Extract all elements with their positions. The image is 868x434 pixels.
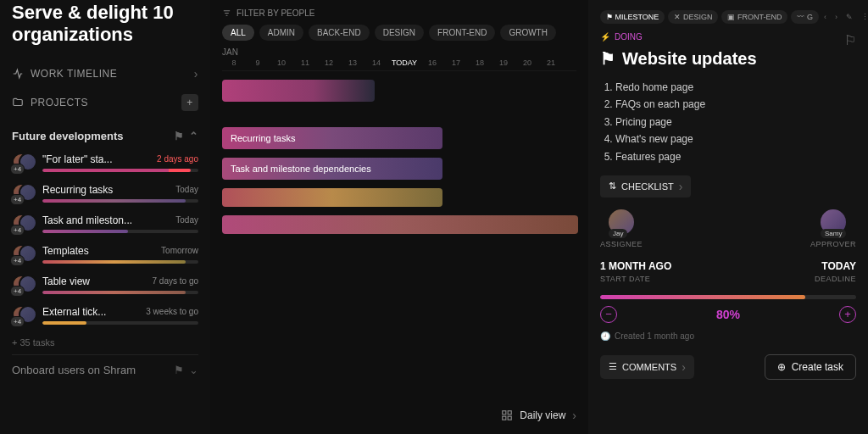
task-row[interactable]: +4 External tick...3 weeks to go (12, 300, 198, 331)
tag-milestone[interactable]: ⚑ MILESTONE (600, 10, 665, 24)
comments-button[interactable]: ☰ COMMENTS › (600, 355, 694, 379)
more-tasks-link[interactable]: + 35 tasks (12, 331, 198, 354)
filter-chip[interactable]: GROWTH (500, 25, 556, 41)
projects-nav[interactable]: PROJECTS + (12, 87, 198, 118)
date-cell[interactable]: 17 (444, 58, 468, 67)
detail-tags-row: ⚑ MILESTONE ✕ DESIGN ▣ FRONT-END 〰 G ‹ ›… (600, 10, 856, 24)
filter-label: FILTER BY PEOPLE (236, 8, 314, 18)
date-cell[interactable]: 12 (317, 58, 341, 67)
assignee-role: ASSIGNEE (600, 240, 643, 248)
comments-label: COMMENTS (622, 362, 676, 372)
task-name: Table view (42, 275, 90, 287)
project-section: Future developments ⚑ ⌃ +4 "For later" s… (12, 125, 198, 354)
filter-chip[interactable]: DESIGN (375, 25, 424, 41)
page-title: Serve & delight 10 organizations (12, 0, 198, 47)
avatar-stack: +4 (12, 153, 36, 173)
date-cell[interactable]: TODAY (388, 58, 420, 67)
gantt-bar[interactable]: Recurring tasks (222, 127, 442, 149)
date-cell[interactable]: 21 (539, 58, 563, 67)
sidebar: Serve & delight 10 organizations WORK TI… (0, 0, 210, 434)
start-date-label: START DATE (600, 275, 671, 283)
date-cell[interactable]: 14 (364, 58, 388, 67)
flag-outline-icon[interactable]: ⚐ (844, 32, 856, 48)
svg-rect-2 (503, 416, 506, 420)
filter-chips: ALLADMINBACK-ENDDESIGNFRONT-ENDGROWTH (222, 25, 576, 41)
flag-icon: ⚑ (174, 364, 184, 376)
work-timeline-label: WORK TIMELINE (31, 68, 117, 80)
add-project-button[interactable]: + (181, 94, 198, 111)
tag-frontend[interactable]: ▣ FRONT-END (721, 10, 787, 24)
gantt-bar[interactable] (222, 215, 578, 234)
date-cell[interactable]: 13 (341, 58, 364, 67)
nav-prev-icon[interactable]: ‹ (822, 11, 828, 23)
work-timeline-nav[interactable]: WORK TIMELINE › (12, 60, 198, 87)
chevron-right-icon: › (682, 360, 686, 374)
create-task-label: Create task (792, 361, 843, 373)
edit-icon[interactable]: ✎ (844, 11, 854, 23)
projects-label: PROJECTS (31, 97, 88, 108)
avatar-stack: +4 (12, 183, 36, 203)
create-task-button[interactable]: ⊕ Create task (765, 354, 856, 380)
progress-decrease-button[interactable]: − (600, 306, 617, 323)
people-row: Jay ASSIGNEE Samy APPROVER (600, 209, 856, 248)
date-cell[interactable]: 18 (468, 58, 492, 67)
svg-rect-0 (503, 411, 506, 415)
status-label: DOING (615, 32, 643, 42)
status-pill[interactable]: ⚡ DOING (600, 32, 643, 42)
task-row[interactable]: +4 Table view7 days to go (12, 270, 198, 300)
avatar-stack: +4 (12, 305, 36, 326)
date-cell[interactable]: 8 (222, 58, 246, 67)
progress-increase-button[interactable]: + (839, 306, 856, 323)
gantt-bar[interactable] (222, 80, 375, 102)
date-cell[interactable]: 20 (515, 58, 539, 67)
date-cell[interactable]: 9 (246, 58, 270, 67)
task-time: 2 days ago (157, 154, 198, 164)
avatar: Jay (609, 209, 634, 235)
collapsed-project[interactable]: Onboard users on Shram ⚑ ⌄ (12, 354, 198, 385)
tag-design[interactable]: ✕ DESIGN (668, 10, 718, 24)
checklist-button[interactable]: ⇅ CHECKLIST › (600, 175, 691, 198)
view-toggle[interactable]: Daily view › (501, 409, 576, 422)
checklist-item: Pricing page (615, 114, 856, 131)
more-icon[interactable]: ⋮ (860, 11, 868, 23)
filter-chip[interactable]: ALL (222, 25, 254, 41)
task-row[interactable]: +4 Recurring tasksToday (12, 178, 198, 209)
task-time: Tomorrow (161, 246, 198, 255)
filter-chip[interactable]: FRONT-END (429, 25, 495, 41)
progress-percent: 80% (716, 308, 740, 321)
filter-chip[interactable]: ADMIN (259, 25, 303, 41)
filter-icon (222, 8, 231, 18)
assignee[interactable]: Jay ASSIGNEE (600, 209, 643, 248)
lightning-icon: ⚡ (600, 32, 610, 42)
gantt-area: Recurring tasks Task and milestone depen… (222, 80, 576, 234)
svg-rect-3 (508, 416, 511, 420)
nav-next-icon[interactable]: › (833, 11, 839, 23)
task-row[interactable]: +4 TemplatesTomorrow (12, 239, 198, 270)
grid-icon (501, 409, 513, 421)
date-cell[interactable]: 16 (420, 58, 444, 67)
flag-icon[interactable]: ⚑ (174, 130, 184, 142)
plus-circle-icon: ⊕ (777, 361, 786, 373)
created-text: Created 1 month ago (615, 331, 694, 341)
date-cell[interactable]: 11 (293, 58, 317, 67)
date-cell[interactable]: 19 (492, 58, 515, 67)
tag-growth[interactable]: 〰 G (791, 10, 819, 24)
approver[interactable]: Samy APPROVER (810, 209, 856, 248)
filter-chip[interactable]: BACK-END (309, 25, 370, 41)
chevron-up-icon[interactable]: ⌃ (189, 130, 198, 142)
date-info: 1 MONTH AGO START DATE TODAY DEADLINE (600, 260, 856, 283)
date-cell[interactable]: 10 (270, 58, 293, 67)
project-header[interactable]: Future developments ⚑ ⌃ (12, 125, 198, 147)
gantt-bar[interactable] (222, 188, 442, 207)
avatar-stack: +4 (12, 244, 36, 264)
task-row[interactable]: +4 "For later" sta...2 days ago (12, 147, 198, 178)
gantt-bar[interactable]: Task and milestone dependencies (222, 158, 442, 180)
timeline-panel: FILTER BY PEOPLE ALLADMINBACK-ENDDESIGNF… (210, 0, 588, 434)
chevron-right-icon: › (194, 67, 198, 81)
progress-controls: − 80% + (600, 306, 856, 323)
filter-row[interactable]: FILTER BY PEOPLE (222, 8, 576, 18)
task-row[interactable]: +4 Task and mileston...Today (12, 209, 198, 239)
task-time: 7 days to go (153, 276, 198, 286)
checklist-item: Features page (615, 148, 856, 165)
folder-icon (12, 97, 24, 108)
